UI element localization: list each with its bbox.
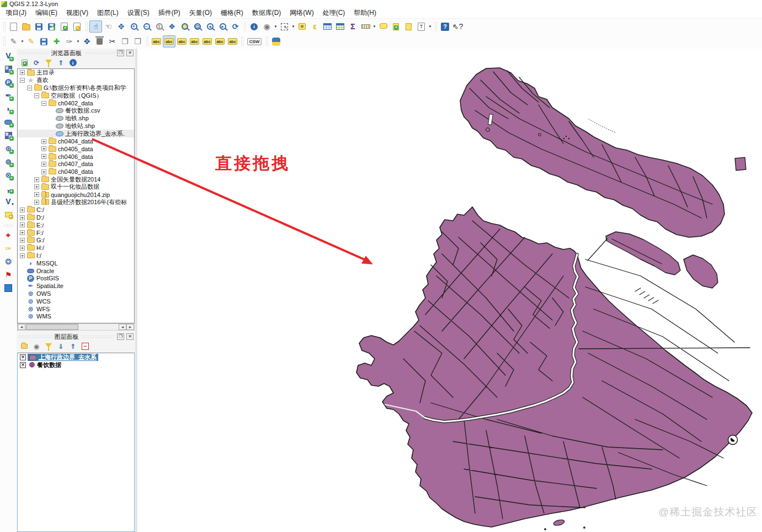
tree-item[interactable]: +县级经济数据2016年(有些标 [18, 199, 134, 206]
menu-web[interactable]: 网络(W) [285, 7, 318, 19]
tree-item[interactable]: −空间数据（QGIS） [18, 92, 134, 99]
add-oracle-georaster-button[interactable]: + [2, 129, 15, 141]
scroll-right-button[interactable]: ► [126, 324, 134, 330]
collapse-all-layers-button[interactable]: ⇑ [68, 342, 77, 351]
touch-zoom-pan-button[interactable]: ☝ [89, 20, 102, 33]
add-postgis-layer-button[interactable]: P+ [2, 76, 15, 88]
show-hide-labels-button[interactable]: abc [188, 35, 201, 47]
help-contents-button[interactable]: ? [439, 20, 451, 33]
select-features-button[interactable]: ⇖ [278, 20, 291, 33]
offset-plugin-button[interactable]: ❂ [2, 256, 15, 268]
add-wcs-layer-button[interactable]: ⊚+ [2, 156, 15, 168]
cut-features-button[interactable]: ✂ [106, 35, 119, 47]
tree-item-wfs[interactable]: ⊗WFS [18, 305, 134, 313]
tree-item-drive[interactable]: +I:/ [18, 252, 134, 259]
new-composer-button[interactable]: + [58, 20, 71, 33]
tree-item-wcs[interactable]: ⊚WCS [18, 297, 134, 305]
zoom-to-selection-button[interactable]: ⬚ [178, 20, 191, 33]
layer-selected-highlight[interactable]: 上海行政边界_去水系 [28, 354, 98, 361]
georeferencer-button[interactable] [2, 282, 15, 294]
csw-client-button[interactable]: CSW [245, 35, 264, 47]
zoom-last-button[interactable]: ◂ [204, 20, 216, 33]
tree-item[interactable]: +quanguojichu2014.zip [18, 191, 134, 199]
new-bookmark-button[interactable]: + [390, 20, 402, 33]
refresh-map-button[interactable]: ⟳ [229, 20, 242, 33]
tree-item-drive[interactable]: +C:/ [18, 206, 134, 214]
menu-edit[interactable]: 编辑(E) [31, 7, 62, 19]
panel-float-button[interactable]: ❐ [117, 333, 124, 340]
pan-to-selection-button[interactable]: ✥ [115, 20, 127, 33]
select-by-expression-button[interactable]: ε [308, 20, 321, 33]
tree-item-drive[interactable]: +F:/ [18, 229, 134, 237]
tree-item[interactable]: +ch0405_data [18, 145, 134, 153]
tree-item-oracle[interactable]: Oracle [18, 267, 134, 275]
filter-legend-button[interactable] [44, 342, 53, 351]
refresh-browser-button[interactable]: ⟳ [32, 58, 41, 67]
tree-item-drive[interactable]: +H:/ [18, 244, 134, 252]
add-mssql-layer-button[interactable]: ◗+ [2, 103, 15, 115]
panel-float-button[interactable]: ❐ [117, 50, 124, 56]
tree-item[interactable]: +ch0404_data [18, 137, 134, 145]
measure-button[interactable] [359, 20, 372, 33]
toolbar-grip[interactable] [146, 36, 148, 46]
add-wms-layer-button[interactable]: ⊕+ [2, 142, 15, 155]
current-edits-button[interactable]: ✎ [7, 35, 20, 47]
dropdown-caret-icon[interactable]: ▼ [372, 25, 377, 28]
layer-row-restaurants[interactable]: ✕ 餐饮数据 [18, 361, 134, 369]
tree-item[interactable]: −ch0402_data [18, 99, 134, 107]
zoom-in-button[interactable]: + [127, 20, 140, 33]
tree-item[interactable]: +双十一化妆品数据 [18, 183, 134, 191]
panel-close-button[interactable]: ✕ [126, 333, 134, 340]
add-group-button[interactable] [20, 342, 29, 351]
menu-database[interactable]: 数据库(D) [248, 7, 286, 19]
toolbar-grip[interactable] [3, 36, 6, 46]
field-calculator-button[interactable] [334, 20, 347, 33]
menu-processing[interactable]: 处理(C) [318, 7, 350, 19]
dropdown-caret-icon[interactable]: ▼ [273, 25, 278, 28]
tree-item-wms[interactable]: ⊛WMS [18, 313, 134, 321]
toolbar-grip[interactable] [3, 22, 6, 31]
change-label-button[interactable]: abc [226, 35, 239, 47]
identify-features-button[interactable]: i [248, 20, 260, 33]
layer-entry[interactable]: 餐饮数据 [28, 361, 63, 369]
delete-selected-button[interactable] [93, 35, 106, 47]
manage-themes-button[interactable]: ◉ [32, 342, 41, 351]
menu-vector[interactable]: 矢量(O) [185, 7, 216, 19]
statistics-button[interactable]: Σ [347, 20, 359, 33]
expand-all-button[interactable]: ⇓ [56, 342, 65, 351]
tree-item-drive[interactable]: +D:/ [18, 214, 134, 221]
layer-labeling-button[interactable]: abc [150, 35, 163, 47]
add-feature-button[interactable]: ✚ [50, 35, 63, 47]
collapse-all-button[interactable]: ⇑ [56, 58, 65, 67]
menu-view[interactable]: 视图(V) [62, 7, 93, 19]
highlight-pinned-labels-button[interactable]: abc [175, 35, 188, 47]
move-label-button[interactable]: abc [201, 35, 214, 47]
new-project-button[interactable] [7, 20, 20, 33]
add-selected-layer-button[interactable]: + [20, 58, 29, 67]
toolbar-grip[interactable] [241, 36, 243, 46]
tree-item-mssql[interactable]: ◗MSSQL [18, 259, 134, 267]
toolbar-grip[interactable] [85, 22, 88, 31]
open-project-button[interactable] [20, 20, 33, 33]
tree-item[interactable]: 地铁站.shp [18, 123, 134, 130]
dropdown-caret-icon[interactable]: ▼ [20, 40, 25, 43]
point-sampling-button[interactable]: ✑ [2, 242, 15, 254]
save-layer-edits-button[interactable] [38, 35, 50, 47]
add-spatialite-layer-button[interactable]: ✒+ [2, 89, 15, 102]
layer-visibility-checkbox[interactable]: ✕ [20, 354, 26, 360]
tree-item[interactable]: +全国矢量数据2014 [18, 175, 134, 183]
move-feature-button[interactable]: ✥ [81, 35, 93, 47]
tree-item[interactable]: +ch0407_data [18, 161, 134, 168]
composer-manager-button[interactable]: ✎ [71, 20, 83, 33]
zoom-to-layer-button[interactable]: ▤ [191, 20, 204, 33]
zoom-native-button[interactable]: 1 [153, 20, 166, 33]
browser-horizontal-scrollbar[interactable]: ◄ ◄ ► [17, 323, 135, 331]
tree-item-spatialite[interactable]: ✒SpatiaLite [18, 282, 134, 290]
dropdown-caret-icon[interactable]: ▼ [76, 40, 81, 43]
tree-item[interactable]: 餐饮数据.csv [18, 107, 134, 115]
add-vector-layer-button[interactable]: V+ [2, 50, 15, 62]
dropdown-caret-icon[interactable]: ▼ [291, 25, 296, 28]
menu-plugins[interactable]: 插件(P) [154, 7, 185, 19]
toolbar-grip[interactable] [265, 36, 268, 46]
scroll-left-button[interactable]: ◄ [18, 324, 25, 330]
